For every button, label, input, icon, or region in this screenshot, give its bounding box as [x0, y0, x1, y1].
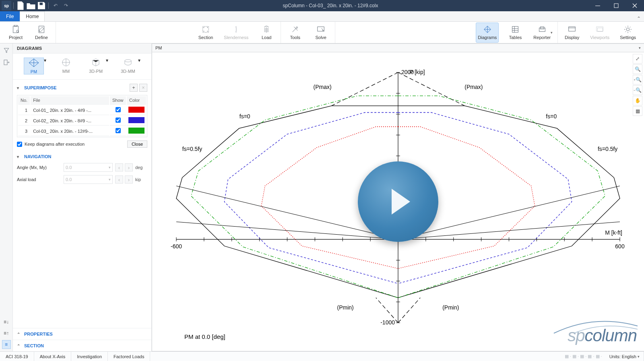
angle-label: Angle (Mx, My)	[17, 165, 61, 170]
status-mode: Investigation	[71, 352, 108, 361]
svg-text:fs=0.5fy: fs=0.5fy	[182, 146, 202, 152]
zoom-in-icon[interactable]: +🔍	[633, 75, 642, 85]
angle-next[interactable]: ›	[125, 163, 133, 171]
ribbon-section[interactable]: Section	[196, 23, 215, 43]
mode-3d-mm[interactable]: 3D-MM	[118, 58, 138, 74]
window-minimize[interactable]	[588, 0, 607, 11]
sort-desc-icon[interactable]: ≡↓	[2, 318, 11, 326]
status-bar: ACI 318-19 About X-Axis Investigation Fa…	[0, 351, 644, 361]
left-gutter: ≡↓ ≡↑ ≡	[0, 43, 13, 351]
status-units[interactable]: Units: English ▾	[605, 352, 644, 361]
play-video-button[interactable]	[358, 161, 438, 242]
mode-3d-mm-dropdown[interactable]: ▾	[138, 58, 140, 63]
svg-text:M [k-ft]: M [k-ft]	[605, 229, 622, 236]
app-icon: sp	[2, 1, 11, 10]
grid-icon[interactable]: ▦	[633, 106, 642, 116]
ribbon-slenderness: Slenderness	[222, 23, 250, 43]
ribbon-tables[interactable]: Tables	[506, 23, 524, 43]
chevron-down-icon[interactable]: ▾	[551, 31, 553, 35]
properties-header[interactable]: ⌃ PROPERTIES	[13, 328, 151, 340]
zoom-extents-icon[interactable]: ⤢	[633, 54, 642, 64]
ribbon-define[interactable]: Define	[32, 23, 51, 43]
table-row[interactable]: 1Col-01_ 20in. x 20in. - 4#9 -...	[18, 105, 146, 115]
mode-3d-pm-dropdown[interactable]: ▾	[106, 58, 108, 63]
open-file-icon[interactable]	[26, 1, 36, 10]
keep-diagrams-checkbox[interactable]	[17, 142, 22, 147]
svg-text:fs=0: fs=0	[239, 113, 250, 120]
show-checkbox[interactable]	[116, 118, 121, 123]
view-tab-label: PM	[155, 45, 162, 50]
tools-icon	[291, 25, 299, 34]
chevron-up-icon: ⌃	[17, 332, 23, 336]
ribbon-load[interactable]: Load	[257, 23, 276, 43]
save-icon[interactable]	[37, 1, 46, 10]
zoom-out-icon[interactable]: −🔍	[633, 85, 642, 95]
chevron-down-icon: ▾	[17, 155, 23, 159]
tab-home[interactable]: Home	[20, 11, 45, 21]
ribbon-viewports: Viewports	[588, 23, 611, 43]
chevron-down-icon: ▾	[17, 86, 23, 90]
axial-next[interactable]: ›	[125, 175, 133, 184]
show-checkbox[interactable]	[116, 107, 121, 112]
diagrams-icon	[483, 25, 492, 34]
gear-icon	[623, 25, 632, 34]
status-code: ACI 318-19	[0, 352, 34, 361]
tab-file[interactable]: File	[0, 11, 20, 21]
new-file-icon[interactable]	[16, 1, 25, 10]
display-icon	[568, 25, 576, 34]
title-bar: sp ↶ ↷ spColumn - Col-03_ 20in. x 20in. …	[0, 0, 644, 11]
navigation-header[interactable]: ▾ NAVIGATION	[13, 150, 151, 161]
svg-point-12	[207, 31, 208, 32]
ribbon-solve[interactable]: Solve	[312, 23, 330, 43]
filter-icon[interactable]	[2, 46, 11, 55]
angle-prev[interactable]: ‹	[115, 163, 123, 171]
define-icon	[37, 25, 46, 34]
axial-input[interactable]: 0.0▾	[64, 175, 113, 184]
zoom-window-icon[interactable]: 🔍	[633, 64, 642, 74]
mode-pm[interactable]: PM	[24, 58, 44, 74]
close-superimpose-button[interactable]: Close	[127, 140, 147, 148]
slenderness-icon	[232, 25, 241, 34]
tables-icon	[511, 25, 520, 34]
status-axis: About X-Axis	[34, 352, 72, 361]
section-header[interactable]: ⌃ SECTION	[13, 340, 151, 351]
ribbon-tools[interactable]: Tools	[286, 23, 304, 43]
redo-icon[interactable]: ↷	[61, 1, 71, 10]
axial-prev[interactable]: ‹	[115, 175, 123, 184]
mode-mm[interactable]: MM	[56, 58, 76, 74]
ribbon-settings[interactable]: Settings	[618, 23, 638, 43]
remove-superimpose-button: ×	[139, 84, 147, 92]
svg-text:(Pmin): (Pmin)	[337, 304, 354, 311]
table-row[interactable]: 3Col-03_ 20in. x 20in. - 12#9-...	[18, 126, 146, 136]
window-close[interactable]	[625, 0, 644, 11]
show-checkbox[interactable]	[116, 128, 121, 133]
pan-icon[interactable]: ✋	[633, 96, 642, 105]
menu-icon[interactable]: ≡	[2, 340, 11, 349]
mode-3d-pm[interactable]: 3D-PM	[86, 58, 106, 74]
superimpose-header[interactable]: ▾ SUPERIMPOSE + ×	[13, 80, 151, 94]
view-tab-dropdown-icon[interactable]: ▾	[639, 46, 641, 50]
svg-text:-1000: -1000	[380, 319, 395, 326]
svg-text:(Pmax): (Pmax)	[314, 84, 332, 90]
mode-pm-dropdown[interactable]: ▾	[44, 58, 46, 63]
export-icon[interactable]	[2, 58, 11, 67]
svg-text:-600: -600	[171, 243, 182, 250]
window-maximize[interactable]	[607, 0, 625, 11]
undo-icon[interactable]: ↶	[51, 1, 60, 10]
ribbon-project[interactable]: Project	[6, 23, 25, 43]
add-superimpose-button[interactable]: +	[130, 84, 138, 92]
status-loads: Factored Loads	[108, 352, 150, 361]
viewports-icon	[595, 25, 604, 34]
svg-rect-23	[569, 27, 576, 31]
ribbon-diagrams[interactable]: Diagrams	[476, 23, 499, 43]
ribbon-display[interactable]: Display	[563, 23, 581, 43]
svg-text:(Pmin): (Pmin)	[442, 304, 459, 311]
angle-input[interactable]: 0.0▾	[64, 163, 113, 172]
status-view-icons[interactable]: ▦ · ▦ · ▦ · ▦ · ▦ ·	[561, 354, 605, 359]
sort-asc-icon[interactable]: ≡↑	[2, 329, 11, 338]
table-row[interactable]: 2Col-02_ 20in. x 20in. - 8#9 -...	[18, 116, 146, 126]
svg-rect-1	[595, 6, 600, 6]
svg-line-76	[398, 222, 620, 239]
ribbon-collapse-icon[interactable]: ⌃	[634, 16, 644, 21]
ribbon-reporter[interactable]: Reporter	[532, 23, 552, 43]
